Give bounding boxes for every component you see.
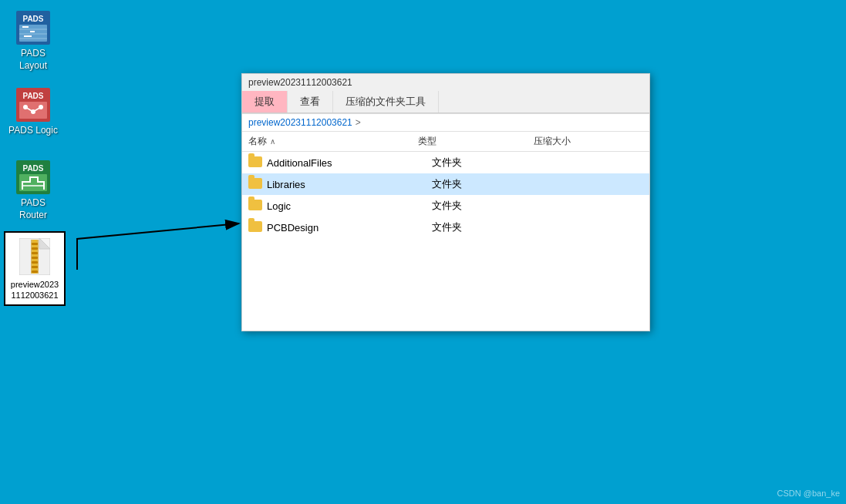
svg-rect-8	[24, 35, 32, 37]
table-row[interactable]: Logic 文件夹	[242, 195, 649, 217]
svg-rect-6	[22, 26, 29, 28]
file-name: AdditionalFiles	[267, 157, 432, 169]
svg-text:PADS: PADS	[22, 164, 43, 173]
svg-rect-30	[32, 261, 38, 264]
pads-router-icon[interactable]: PADS PADS Router	[4, 157, 62, 224]
pads-logic-icon[interactable]: PADS PADS Logic	[4, 85, 62, 140]
pads-router-img: PADS	[16, 160, 50, 194]
file-list: AdditionalFiles 文件夹 Libraries 文件夹 Logic …	[242, 152, 649, 331]
pads-layout-icon[interactable]: PADS PADS Layout	[4, 8, 62, 75]
pads-layout-img: PADS	[16, 11, 50, 45]
sort-arrow-icon: ∧	[270, 137, 275, 146]
file-name: Libraries	[267, 179, 432, 190]
col-header-type[interactable]: 类型	[418, 135, 534, 148]
folder-icon	[248, 156, 262, 169]
svg-rect-32	[32, 270, 38, 273]
tab-view[interactable]: 查看	[288, 91, 333, 113]
breadcrumb-sep: >	[356, 117, 361, 128]
title-row: preview20231112003621	[242, 74, 649, 91]
folder-icon	[248, 221, 262, 234]
svg-rect-26	[32, 243, 38, 245]
breadcrumb: preview20231112003621 >	[242, 114, 649, 132]
svg-rect-29	[32, 257, 38, 259]
zip-img	[18, 237, 52, 276]
window-title: preview20231112003621	[248, 77, 352, 88]
file-type: 文件夹	[432, 156, 548, 170]
empty-area	[242, 238, 649, 331]
tab-extract[interactable]: 提取	[242, 91, 288, 113]
col-header-size[interactable]: 压缩大小	[534, 135, 626, 148]
folder-icon	[248, 200, 262, 212]
breadcrumb-item[interactable]: preview20231112003621	[248, 117, 352, 128]
svg-text:PADS: PADS	[22, 92, 43, 100]
table-row[interactable]: Libraries 文件夹	[242, 173, 649, 195]
watermark: CSDN @ban_ke	[777, 489, 840, 498]
file-type: 文件夹	[432, 220, 548, 234]
pads-logic-img: PADS	[16, 88, 50, 122]
svg-rect-27	[32, 247, 38, 250]
zip-file-label: preview20231112003621	[11, 279, 59, 301]
title-bar: preview20231112003621 提取 查看 压缩的文件夹工具	[242, 74, 649, 114]
table-row[interactable]: AdditionalFiles 文件夹	[242, 152, 649, 173]
col-header-name[interactable]: 名称 ∧	[248, 135, 418, 148]
pads-router-label: PADS Router	[7, 197, 59, 221]
svg-text:PADS: PADS	[22, 15, 43, 23]
file-type: 文件夹	[432, 199, 548, 213]
svg-rect-7	[30, 31, 35, 32]
arrow-pointer	[46, 193, 254, 285]
svg-rect-28	[32, 252, 38, 254]
pads-logic-label: PADS Logic	[8, 125, 58, 137]
column-headers: 名称 ∧ 类型 压缩大小	[242, 132, 649, 152]
file-name: Logic	[267, 200, 432, 212]
tab-bar: 提取 查看 压缩的文件夹工具	[242, 91, 649, 113]
pads-layout-label: PADS Layout	[7, 48, 59, 72]
tab-tools[interactable]: 压缩的文件夹工具	[333, 91, 439, 113]
table-row[interactable]: PCBDesign 文件夹	[242, 217, 649, 238]
folder-icon	[248, 178, 262, 190]
file-name: PCBDesign	[267, 222, 432, 234]
svg-rect-31	[32, 266, 38, 268]
explorer-window: preview20231112003621 提取 查看 压缩的文件夹工具 pre…	[241, 73, 650, 331]
zip-file-icon[interactable]: preview20231112003621	[4, 231, 66, 306]
file-type: 文件夹	[432, 177, 548, 191]
